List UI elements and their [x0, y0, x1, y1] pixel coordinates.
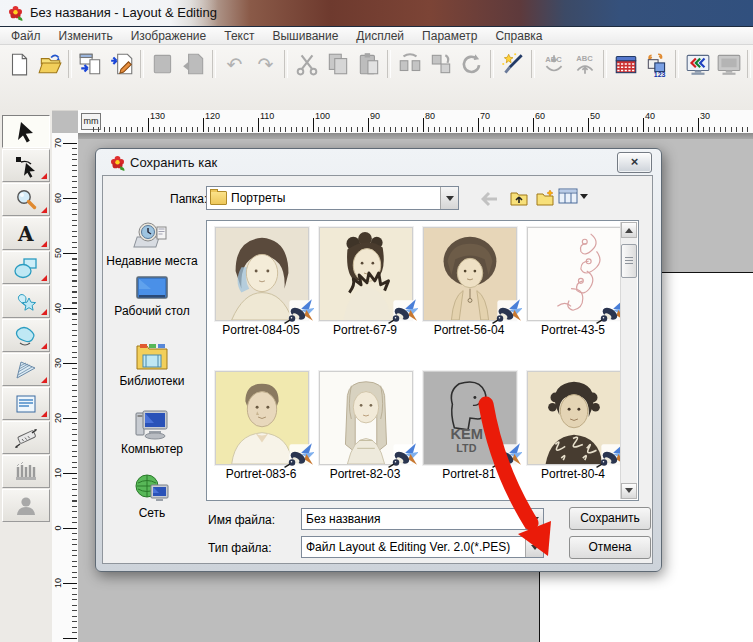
text-arc-up-button-disabled[interactable]: ABC: [569, 49, 600, 80]
paste-button-disabled[interactable]: [353, 49, 384, 80]
text-arc-down-button-disabled[interactable]: ABC: [538, 49, 569, 80]
measure-tool-button[interactable]: [2, 421, 50, 454]
portrait-tool-button[interactable]: [2, 489, 50, 522]
file-tile[interactable]: [215, 371, 309, 465]
save-button-disabled[interactable]: [147, 49, 178, 80]
canvas-shadow: [78, 133, 753, 139]
back-button-disabled[interactable]: [478, 188, 504, 210]
menu-display[interactable]: Дисплей: [347, 28, 413, 44]
open-file-button[interactable]: [34, 49, 65, 80]
folder-dropdown-button[interactable]: [440, 187, 458, 209]
shapes-icon: [13, 256, 39, 280]
recent-places-icon: [133, 219, 171, 253]
filetype-combobox[interactable]: Файл Layout & Editing Ver. 2.0(*.PES): [301, 536, 544, 558]
freeform-shape-icon: [13, 324, 39, 348]
v-ruler-label: 50: [53, 245, 65, 261]
select-arrow-icon: [13, 120, 39, 144]
filename-combobox[interactable]: Без названия: [301, 508, 544, 530]
h-ruler-label: 110: [260, 111, 274, 121]
horizontal-ruler: mm 1301201101009080706050403020: [78, 110, 753, 134]
filetype-value: Файл Layout & Editing Ver. 2.0(*.PES): [302, 540, 525, 554]
export-image-icon: [109, 51, 135, 77]
point-edit-tool-button[interactable]: [2, 149, 50, 182]
place-network[interactable]: Сеть: [100, 473, 204, 520]
star-shape-tool-button[interactable]: [2, 285, 50, 318]
h-ruler-label: 80: [425, 111, 435, 121]
v-ruler-label: 10: [53, 575, 65, 591]
stitch-comb-icon: [13, 460, 39, 484]
filetype-dropdown-button[interactable]: [525, 537, 543, 557]
view-menu-button[interactable]: [558, 187, 588, 205]
undo-button-disabled[interactable]: ↶: [219, 49, 250, 80]
menu-edit[interactable]: Изменить: [50, 28, 122, 44]
flip-button-disabled[interactable]: [394, 49, 425, 80]
place-recent[interactable]: Недавние места: [100, 219, 204, 268]
import-design-button[interactable]: [75, 49, 106, 80]
place-computer[interactable]: Компьютер: [100, 407, 204, 456]
svg-text:A: A: [17, 222, 34, 246]
insert-page-button-disabled[interactable]: [178, 49, 209, 80]
toolbar-separator: [531, 50, 535, 78]
realistic-preview-button[interactable]: [682, 49, 713, 80]
export-image-button[interactable]: [106, 49, 137, 80]
file-tile[interactable]: [527, 227, 621, 321]
file-tile[interactable]: [527, 371, 621, 465]
redo-button-disabled[interactable]: ↷: [250, 49, 281, 80]
menu-text[interactable]: Текст: [215, 28, 263, 44]
scroll-up-button[interactable]: [621, 222, 637, 238]
h-ruler-label: 60: [535, 111, 545, 121]
select-tool-button[interactable]: [2, 115, 50, 148]
filename-dropdown-button[interactable]: [525, 509, 543, 529]
tool-palette: A: [0, 110, 52, 642]
rotate-button-disabled[interactable]: [456, 49, 487, 80]
screen-preview-button-disabled[interactable]: [713, 49, 744, 80]
toolbar-separator: [68, 50, 72, 78]
fan-shape-icon: [13, 358, 39, 382]
place-libraries[interactable]: Библиотеки: [100, 341, 204, 388]
toolbar-separator: [490, 50, 494, 78]
file-label: Portret-82-03: [313, 467, 417, 481]
fan-shape-tool-button[interactable]: [2, 353, 50, 386]
back-arrow-icon: [481, 190, 501, 208]
redo-icon: ↷: [258, 55, 274, 74]
scroll-down-button[interactable]: [621, 483, 637, 499]
file-tile[interactable]: KEMLTD: [423, 371, 517, 465]
file-tile[interactable]: [319, 227, 413, 321]
thread-palette-button[interactable]: [610, 49, 641, 80]
zoom-tool-button[interactable]: [2, 183, 50, 216]
file-tile[interactable]: [319, 371, 413, 465]
menu-help[interactable]: Справка: [486, 28, 551, 44]
scrollbar-thumb[interactable]: [621, 244, 637, 278]
menu-image[interactable]: Изображение: [122, 28, 216, 44]
dialog-title: Сохранить как: [130, 155, 217, 170]
menu-sewing[interactable]: Вышивание: [263, 28, 347, 44]
up-one-level-button[interactable]: [506, 187, 532, 209]
new-folder-button[interactable]: [532, 187, 558, 209]
file-tile[interactable]: [423, 227, 517, 321]
menu-file[interactable]: Файл: [2, 28, 50, 44]
sewing-order-button[interactable]: 123: [641, 49, 672, 80]
close-button[interactable]: ×: [617, 152, 652, 173]
file-list[interactable]: Portret-084-05 Portret-67-9 Portret-56-0…: [206, 220, 639, 501]
new-document-button[interactable]: [3, 49, 34, 80]
cut-button-disabled[interactable]: [291, 49, 322, 80]
copy-button-disabled[interactable]: [322, 49, 353, 80]
place-label: Сеть: [100, 507, 204, 520]
group-button-disabled[interactable]: [425, 49, 456, 80]
folder-combobox[interactable]: Портреты: [206, 186, 459, 210]
menu-option[interactable]: Параметр: [413, 28, 486, 44]
shape-tool-button[interactable]: [2, 251, 50, 284]
save-button[interactable]: Сохранить: [569, 507, 651, 530]
file-list-scrollbar[interactable]: [620, 222, 637, 499]
sewing-order-icon: 123: [644, 51, 670, 77]
magic-wand-button[interactable]: [497, 49, 528, 80]
folder-icon: [210, 191, 227, 205]
stitch-tool-button[interactable]: [2, 455, 50, 488]
file-tile[interactable]: [215, 227, 309, 321]
place-desktop[interactable]: Рабочий стол: [100, 275, 204, 318]
title-bar[interactable]: Без названия - Layout & Editing: [0, 0, 753, 27]
cancel-button[interactable]: Отмена: [569, 536, 651, 559]
text-tool-button[interactable]: A: [2, 217, 50, 250]
freeform-tool-button[interactable]: [2, 319, 50, 352]
text-frame-tool-button[interactable]: [2, 387, 50, 420]
